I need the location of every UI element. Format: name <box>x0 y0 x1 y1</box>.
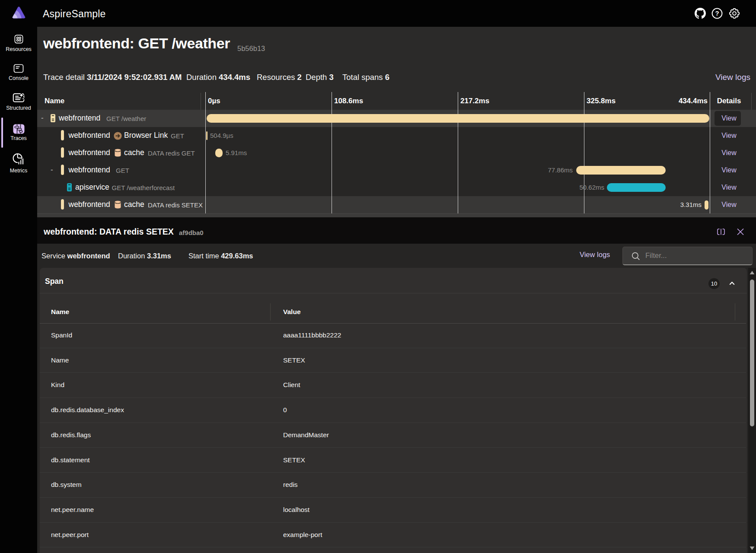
svg-text:?: ? <box>715 10 719 17</box>
